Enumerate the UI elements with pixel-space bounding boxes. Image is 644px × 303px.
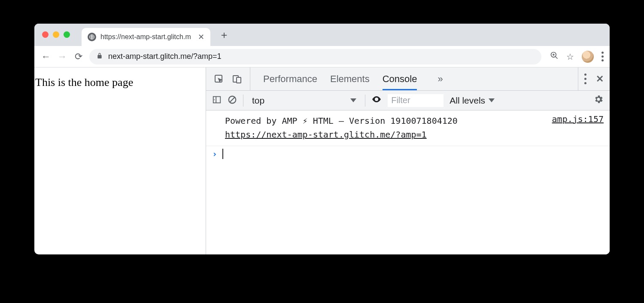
- show-console-sidebar-icon[interactable]: [212, 95, 222, 106]
- tabs-overflow-icon[interactable]: »: [430, 73, 450, 85]
- device-toolbar-icon[interactable]: [232, 74, 242, 84]
- devtools-close-icon[interactable]: ✕: [596, 73, 604, 85]
- window-controls: [42, 31, 70, 38]
- prompt-caret-icon: ›: [212, 149, 217, 159]
- profile-avatar[interactable]: [582, 51, 594, 63]
- svg-rect-7: [237, 77, 241, 83]
- levels-label: All levels: [450, 95, 485, 106]
- url-text: next-amp-start.glitch.me/?amp=1: [108, 52, 222, 61]
- inspect-element-icon[interactable]: [214, 74, 224, 84]
- log-source-link[interactable]: amp.js:157: [552, 114, 604, 141]
- tab-console[interactable]: Console: [383, 67, 417, 90]
- tab-performance[interactable]: Performance: [263, 67, 317, 90]
- svg-point-12: [376, 98, 377, 100]
- close-tab-icon[interactable]: ✕: [198, 32, 204, 42]
- maximize-window-button[interactable]: [64, 31, 70, 38]
- text-cursor: [222, 149, 223, 159]
- forward-button[interactable]: →: [57, 51, 68, 62]
- bookmark-star-icon[interactable]: ☆: [566, 52, 574, 62]
- console-log-entry: Powered by AMP ⚡ HTML – Version 19100718…: [206, 110, 610, 146]
- chevron-down-icon: [350, 98, 356, 102]
- browser-window: https://next-amp-start.glitch.m ✕ ＋ ← → …: [34, 24, 610, 254]
- new-tab-button[interactable]: ＋: [219, 28, 229, 42]
- globe-icon: [88, 33, 96, 41]
- svg-line-11: [230, 97, 235, 102]
- chevron-down-icon: [489, 98, 495, 102]
- address-bar[interactable]: next-amp-start.glitch.me/?amp=1: [89, 49, 541, 64]
- reload-button[interactable]: ⟳: [73, 51, 84, 62]
- log-levels-select[interactable]: All levels: [450, 95, 495, 106]
- toolbar-right: ☆: [547, 51, 604, 63]
- browser-toolbar: ← → ⟳ next-amp-start.glitch.me/?amp=1 ☆: [34, 46, 610, 67]
- clear-console-icon[interactable]: [228, 95, 237, 106]
- devtools-menu-button[interactable]: [584, 73, 586, 84]
- context-label: top: [252, 95, 264, 106]
- tab-strip: https://next-amp-start.glitch.m ✕ ＋: [34, 24, 610, 46]
- filter-placeholder: Filter: [391, 95, 410, 105]
- back-button[interactable]: ←: [40, 51, 52, 62]
- minimize-window-button[interactable]: [53, 31, 59, 38]
- log-url-link[interactable]: https://next-amp-start.glitch.me/?amp=1: [225, 129, 427, 140]
- log-message-text: Powered by AMP ⚡ HTML – Version 19100718…: [225, 116, 458, 126]
- console-prompt[interactable]: ›: [206, 146, 610, 162]
- execution-context-select[interactable]: top: [249, 95, 359, 106]
- browser-tab[interactable]: https://next-amp-start.glitch.m ✕: [82, 28, 210, 46]
- live-expression-icon[interactable]: [371, 94, 382, 107]
- svg-line-2: [556, 57, 558, 59]
- content-area: This is the home page Performance Elemen…: [34, 67, 610, 254]
- log-message: Powered by AMP ⚡ HTML – Version 19100718…: [225, 114, 544, 141]
- lock-icon: [96, 52, 103, 61]
- console-toolbar: top Filter All levels: [206, 91, 610, 110]
- devtools-tab-bar: Performance Elements Console » ✕: [206, 67, 610, 91]
- console-log-area: Powered by AMP ⚡ HTML – Version 19100718…: [206, 110, 610, 254]
- browser-menu-button[interactable]: [601, 52, 604, 61]
- close-window-button[interactable]: [42, 31, 49, 38]
- page-viewport: This is the home page: [34, 67, 206, 254]
- tab-title: https://next-amp-start.glitch.m: [100, 33, 194, 41]
- tab-elements[interactable]: Elements: [330, 67, 370, 90]
- devtools-panel: Performance Elements Console » ✕: [206, 67, 610, 254]
- filter-input[interactable]: Filter: [388, 94, 444, 107]
- page-heading: This is the home page: [35, 76, 133, 89]
- console-settings-icon[interactable]: [593, 94, 604, 107]
- zoom-icon[interactable]: [550, 51, 559, 62]
